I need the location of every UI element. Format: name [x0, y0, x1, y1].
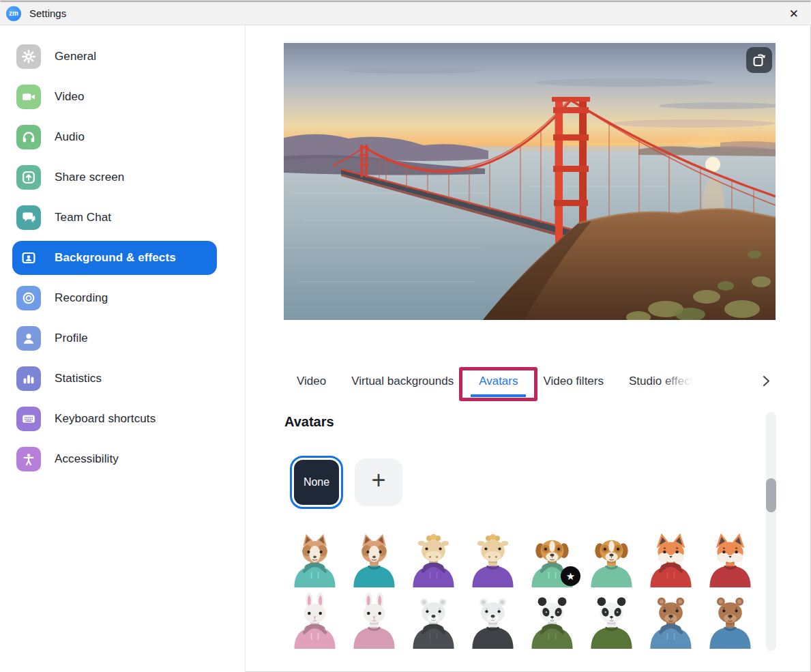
avatar-option-polar-bear-shirt[interactable]: [468, 593, 518, 650]
tab-label: Virtual backgrounds: [351, 375, 454, 388]
avatar-option-dog-shirt[interactable]: [587, 531, 636, 589]
zoom-logo-icon: zm: [6, 6, 21, 21]
bar-chart-icon: [16, 366, 41, 391]
sidebar-item-label: Recording: [55, 291, 108, 305]
titlebar: zm Settings ✕: [0, 2, 811, 25]
avatar-option-bear-shirt[interactable]: [705, 593, 755, 650]
golden-gate-bridge-photo: [284, 43, 776, 320]
avatar-grid: ★: [290, 531, 755, 650]
zoom-settings-window: zm Settings ✕ GeneralVideoAudioShare scr…: [0, 0, 811, 672]
settings-sidebar: GeneralVideoAudioShare screenTeam ChatBa…: [0, 25, 246, 672]
keyboard-icon: [16, 407, 41, 431]
chevron-right-icon[interactable]: [762, 375, 771, 389]
star-badge-icon: ★: [561, 566, 580, 586]
gear-icon: [16, 44, 41, 69]
avatars-heading: Avatars: [284, 414, 334, 430]
sidebar-item-general[interactable]: General: [12, 40, 217, 74]
rotate-mirror-icon[interactable]: [746, 47, 772, 73]
tab-video-filters[interactable]: Video filters: [543, 375, 604, 388]
avatar-option-corgi-hoodie[interactable]: [290, 531, 340, 589]
avatar-option-bear-hoodie[interactable]: [646, 593, 696, 650]
sidebar-item-audio[interactable]: Audio: [12, 120, 217, 154]
portrait-icon: [16, 246, 41, 270]
avatar-none-button[interactable]: None: [290, 456, 343, 509]
sidebar-item-recording[interactable]: Recording: [12, 281, 217, 315]
sidebar-item-label: Accessibility: [55, 452, 119, 466]
avatar-option-polar-bear-hoodie[interactable]: [409, 593, 458, 650]
chat-bubbles-icon: [16, 205, 41, 230]
add-avatar-button[interactable]: +: [355, 458, 402, 506]
avatar-option-corgi-shirt[interactable]: [349, 531, 399, 589]
window-title: Settings: [29, 8, 66, 19]
avatar-option-dog-hoodie[interactable]: ★: [527, 531, 577, 589]
avatar-default-options: None +: [290, 456, 402, 509]
sidebar-item-label: Profile: [55, 332, 88, 345]
sidebar-item-team-chat[interactable]: Team Chat: [12, 201, 217, 235]
sidebar-item-label: Share screen: [55, 171, 124, 184]
tab-label: Video: [297, 375, 326, 388]
scrollbar-thumb[interactable]: [766, 478, 776, 512]
sidebar-item-keyboard-shortcuts[interactable]: Keyboard shortcuts: [12, 402, 217, 436]
sidebar-item-label: Video: [55, 90, 85, 104]
avatar-option-fox-shirt[interactable]: [705, 531, 755, 589]
effects-tabs: VideoVirtual backgroundsAvatarsVideo fil…: [297, 366, 699, 396]
tab-label: Studio effects: [629, 375, 699, 388]
close-icon[interactable]: ✕: [784, 5, 804, 22]
sidebar-item-label: Statistics: [55, 372, 102, 385]
person-icon: [16, 326, 41, 351]
avatar-option-panda-hoodie[interactable]: [527, 593, 577, 650]
sidebar-item-background-effects[interactable]: Background & effects: [12, 241, 217, 275]
tab-video[interactable]: Video: [297, 375, 326, 388]
record-icon: [16, 286, 41, 310]
sidebar-item-profile[interactable]: Profile: [12, 321, 217, 355]
avatar-none-label: None: [294, 460, 339, 505]
video-preview: [284, 43, 776, 320]
sidebar-item-label: Background & effects: [55, 251, 176, 265]
sidebar-item-share-screen[interactable]: Share screen: [12, 160, 217, 194]
sidebar-item-label: Team Chat: [55, 211, 111, 224]
scrollbar[interactable]: [766, 412, 776, 651]
sidebar-item-statistics[interactable]: Statistics: [12, 362, 217, 396]
sidebar-item-accessibility[interactable]: Accessibility: [12, 442, 217, 476]
accessibility-icon: [16, 447, 41, 471]
sidebar-item-video[interactable]: Video: [12, 80, 217, 114]
active-tab-underline: [471, 394, 526, 397]
avatar-option-cow-hoodie[interactable]: [409, 531, 458, 589]
tab-studio-effects[interactable]: Studio effects: [629, 375, 699, 388]
headphones-icon: [16, 125, 41, 149]
avatar-option-rabbit-hoodie[interactable]: [290, 593, 340, 650]
avatar-option-rabbit-shirt[interactable]: [349, 593, 399, 650]
tab-virtual-backgrounds[interactable]: Virtual backgrounds: [351, 375, 454, 388]
avatar-option-cow-shirt[interactable]: [468, 531, 518, 589]
avatar-option-fox-hoodie[interactable]: [646, 531, 696, 589]
tab-label: Avatars: [479, 375, 518, 388]
share-screen-icon: [16, 165, 41, 190]
video-camera-icon: [16, 85, 41, 109]
tab-avatars[interactable]: Avatars: [479, 375, 518, 388]
sidebar-item-label: Keyboard shortcuts: [55, 412, 156, 426]
tab-label: Video filters: [543, 375, 604, 388]
sidebar-item-label: General: [55, 50, 96, 63]
sidebar-item-label: Audio: [55, 130, 85, 144]
avatar-option-panda-shirt[interactable]: [587, 593, 636, 650]
